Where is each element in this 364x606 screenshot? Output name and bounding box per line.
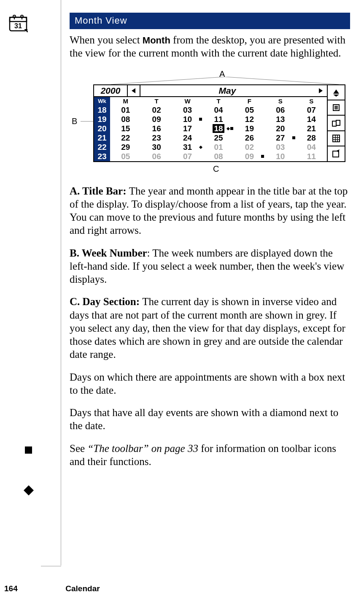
day-header: S [265, 97, 296, 106]
year-selector[interactable]: 2000 [94, 85, 128, 96]
day-row: 22232425262728 [110, 133, 327, 143]
day-cell[interactable]: 26 [234, 133, 265, 143]
day-cell[interactable]: 22 [110, 133, 141, 143]
day-cell[interactable]: 21 [296, 124, 327, 133]
svg-marker-12 [333, 95, 339, 97]
day-row: 08091011121314 [110, 115, 327, 124]
day-cell[interactable]: 02 [141, 106, 172, 115]
week-number[interactable]: 20 [94, 124, 110, 133]
appointment-marker-icon [230, 127, 233, 130]
title-bar-paragraph: A. Title Bar: The year and month appear … [70, 184, 350, 237]
day-cell[interactable]: 11 [203, 115, 234, 124]
page-number: 164 [4, 584, 63, 593]
day-cell[interactable]: 27 [265, 133, 296, 143]
appointment-marker-icon [261, 155, 264, 158]
day-cell[interactable]: 09 [141, 115, 172, 124]
day-cell[interactable]: 12 [234, 115, 265, 124]
callout-a-lines [102, 77, 347, 84]
day-cell[interactable]: 16 [141, 124, 172, 133]
calendar-icon: 31 [8, 14, 28, 33]
day-cell: 11 [296, 152, 327, 161]
day-section-label: C. Day Section: [70, 296, 142, 307]
svg-marker-10 [319, 88, 323, 93]
day-row: 15161718192021 [110, 124, 327, 133]
callout-b-line [81, 121, 93, 122]
day-cell[interactable]: 31 [172, 143, 203, 152]
see-ref: “The toolbar” on page 33 [87, 443, 198, 454]
day-cell: 07 [172, 152, 203, 161]
day-cell[interactable]: 30 [141, 143, 172, 152]
month-label: May [140, 85, 314, 96]
month-calendar: 2000 May Wk 18 19 [93, 84, 345, 162]
grid-view-icon[interactable] [328, 131, 345, 146]
day-header: T [141, 97, 172, 106]
week-number[interactable]: 18 [94, 106, 110, 115]
day-grid: M T W T F S S 01020304050607080910111213… [110, 97, 327, 161]
svg-rect-18 [336, 120, 340, 125]
day-cell[interactable]: 20 [265, 124, 296, 133]
day-cell: 02 [234, 143, 265, 152]
day-cell: 05 [110, 152, 141, 161]
allday-marker-icon [199, 144, 202, 147]
day-cell: 06 [141, 152, 172, 161]
calendar-title-bar: 2000 May [94, 85, 327, 97]
day-cell[interactable]: 13 [265, 115, 296, 124]
appointment-marker-icon [199, 118, 202, 121]
day-cell[interactable]: 04 [203, 106, 234, 115]
callout-b: B [72, 116, 77, 126]
day-cell: 09 [234, 152, 265, 161]
day-cell[interactable]: 25 [203, 133, 234, 143]
week-number-label: B. Week Number [70, 247, 147, 259]
day-cell: 01 [203, 143, 234, 152]
day-cell: 03 [265, 143, 296, 152]
diamond-marker-paragraph: Days that have all day events are shown … [70, 406, 350, 433]
allday-marker-icon [226, 125, 230, 129]
day-cell[interactable]: 19 [234, 124, 265, 133]
day-cell[interactable]: 17 [172, 124, 203, 133]
day-cell[interactable]: 06 [265, 106, 296, 115]
day-cell[interactable]: 18 [203, 124, 234, 133]
svg-text:31: 31 [14, 22, 22, 30]
week-number[interactable]: 23 [94, 152, 110, 161]
allday-diamond-marker [24, 480, 34, 490]
day-cell[interactable]: 05 [234, 106, 265, 115]
week-column: Wk 18 19 20 21 22 23 [94, 97, 110, 161]
left-margin-rail: 31 [0, 0, 61, 606]
appointment-box-marker [25, 446, 32, 454]
week-number[interactable]: 21 [94, 133, 110, 143]
svg-line-7 [111, 77, 225, 84]
callout-c: C [213, 164, 219, 174]
day-cell[interactable]: 29 [110, 143, 141, 152]
day-header: T [203, 97, 234, 106]
day-header-row: M T W T F S S [110, 97, 327, 106]
day-cell[interactable]: 01 [110, 106, 141, 115]
week-header: Wk [94, 97, 110, 106]
week-view-icon[interactable] [328, 116, 345, 131]
day-cell[interactable]: 23 [141, 133, 172, 143]
month-view-figure: A B C 2000 May [70, 69, 347, 173]
day-cell[interactable]: 14 [296, 115, 327, 124]
day-cell[interactable]: 03 [172, 106, 203, 115]
zoom-toggle-icon[interactable] [328, 85, 345, 100]
day-cell[interactable]: 08 [110, 115, 141, 124]
toolbar [327, 85, 345, 161]
day-cell[interactable]: 10 [172, 115, 203, 124]
day-cell[interactable]: 28 [296, 133, 327, 143]
week-number[interactable]: 19 [94, 115, 110, 124]
intro-strong: Month [143, 35, 170, 46]
day-cell: 10 [265, 152, 296, 161]
next-month-button[interactable] [314, 85, 327, 96]
day-cell[interactable]: 24 [172, 133, 203, 143]
prev-month-button[interactable] [128, 85, 140, 96]
svg-rect-24 [333, 151, 339, 157]
day-cell[interactable]: 15 [110, 124, 141, 133]
day-section-paragraph: C. Day Section: The current day is shown… [70, 295, 350, 361]
week-number-paragraph: B. Week Number: The week numbers are dis… [70, 246, 350, 286]
svg-marker-11 [333, 89, 339, 94]
week-number[interactable]: 22 [94, 143, 110, 152]
day-cell[interactable]: 07 [296, 106, 327, 115]
day-header: M [110, 97, 141, 106]
new-entry-icon[interactable] [328, 146, 345, 161]
day-view-icon[interactable] [328, 100, 345, 116]
footer-label: Calendar [65, 584, 100, 593]
